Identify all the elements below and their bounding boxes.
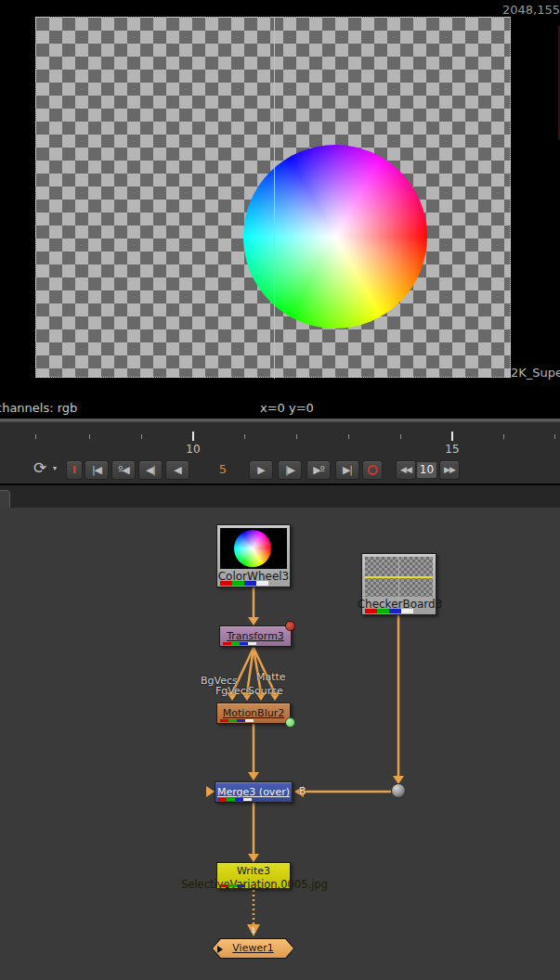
timeline-label-10: 10 bbox=[186, 443, 200, 456]
current-frame-field[interactable]: 5 bbox=[212, 462, 234, 476]
timeline-tick bbox=[400, 434, 401, 439]
timeline-tick bbox=[35, 434, 36, 439]
timeline-tick bbox=[503, 434, 504, 439]
merge-b-input-label: B bbox=[299, 785, 306, 797]
node-merge3[interactable]: Merge3 (over) bbox=[215, 781, 293, 803]
node-transform3[interactable]: Transform3 bbox=[219, 625, 292, 647]
channels-label: channels: rgb bbox=[0, 401, 77, 415]
go-to-end-button[interactable]: ▶| bbox=[335, 460, 359, 480]
range-back-button[interactable]: ◀◀ bbox=[396, 460, 416, 480]
viewer-pane[interactable]: 2048,155 2K_Supe bbox=[0, 0, 560, 397]
timeline-tick bbox=[296, 434, 297, 439]
input-label-matte: Matte bbox=[256, 671, 286, 683]
previous-keyframe-button[interactable]: º◀ bbox=[111, 460, 136, 480]
record-button[interactable] bbox=[362, 460, 383, 480]
timeline-label-15: 15 bbox=[445, 443, 459, 456]
node-graph[interactable]: 1 BgVecs Matte FgVecs Source B ColorWhee… bbox=[0, 508, 560, 980]
timeline-tick-major bbox=[192, 432, 194, 441]
viewer-image-checkerboard[interactable] bbox=[35, 17, 511, 378]
channel-bars bbox=[223, 642, 256, 645]
node-label: Viewer1 bbox=[213, 939, 293, 958]
node-checkerboard3[interactable]: CheckerBoard3 bbox=[361, 553, 436, 615]
timeline-ruler[interactable]: 10 15 bbox=[0, 421, 560, 456]
pixel-coords-label: x=0 y=0 bbox=[260, 401, 314, 415]
channel-bars bbox=[220, 719, 254, 722]
write-filename-label: SelectiveVariation.0005.jpg bbox=[181, 878, 328, 891]
channel-bars bbox=[220, 884, 245, 887]
timeline-tick bbox=[554, 434, 555, 439]
range-forward-button[interactable]: ▶▶ bbox=[439, 460, 460, 480]
playback-mode-icon[interactable]: ⟳ bbox=[33, 458, 46, 477]
fps-field[interactable]: 10 bbox=[416, 461, 437, 479]
viewer-info-bar: channels: rgb x=0 y=0 bbox=[0, 397, 560, 419]
in-marker-button[interactable]: I bbox=[66, 460, 83, 480]
step-forward-button[interactable]: |▶ bbox=[278, 460, 302, 480]
color-wheel-image bbox=[243, 145, 427, 329]
viewer-node-body[interactable]: Viewer1 bbox=[213, 939, 293, 958]
viewer-input-notch-icon bbox=[217, 946, 223, 953]
color-wheel-icon bbox=[234, 530, 271, 567]
timeline-tick bbox=[244, 434, 245, 439]
play-forward-button[interactable]: ▶ bbox=[249, 460, 273, 480]
nuke-window: 2048,155 2K_Supe channels: rgb x=0 y=0 1… bbox=[0, 0, 560, 980]
node-write3[interactable]: Write3 SelectiveVariation.0005.jpg bbox=[216, 862, 291, 889]
viewer-input-number: 1 bbox=[252, 926, 256, 935]
timeline-tick bbox=[89, 434, 90, 439]
transport-bar: ⟳ ▾ I |◀ º◀ ◀| ◀ 5 ▶ |▶ ▶º ▶| ◀◀ 10 ▶▶ bbox=[0, 456, 560, 484]
timeline-tick bbox=[348, 434, 349, 439]
thumbnail-centerline bbox=[398, 557, 399, 597]
timeline-tick-major bbox=[451, 432, 453, 441]
error-badge-icon bbox=[285, 621, 295, 631]
pane-strip bbox=[0, 484, 560, 508]
chevron-down-icon[interactable]: ▾ bbox=[53, 464, 57, 472]
pane-corner-tab[interactable] bbox=[0, 490, 10, 509]
viewer-format-label: 2K_Supe bbox=[511, 366, 560, 380]
channel-bars bbox=[218, 798, 252, 801]
input-label-fgvecs: FgVecs bbox=[215, 685, 252, 697]
channel-bars bbox=[220, 581, 268, 586]
viewer-cursor-line bbox=[274, 18, 275, 379]
node-colorwheel3[interactable]: ColorWheel3 bbox=[216, 524, 291, 587]
node-motionblur2[interactable]: MotionBlur2 bbox=[216, 703, 291, 724]
input-label-source: Source bbox=[248, 685, 283, 697]
node-label: Write3 bbox=[217, 865, 290, 877]
channel-bars bbox=[365, 609, 413, 613]
checkerboard-thumbnail bbox=[365, 557, 433, 597]
step-back-button[interactable]: ◀| bbox=[138, 460, 163, 480]
viewer-resolution-label: 2048,155 bbox=[502, 3, 560, 17]
timeline-tick bbox=[141, 434, 142, 439]
colorwheel-thumbnail bbox=[220, 528, 287, 569]
node-viewer1[interactable]: Viewer1 bbox=[212, 938, 294, 959]
status-badge-icon bbox=[285, 717, 295, 728]
next-keyframe-button[interactable]: ▶º bbox=[306, 460, 331, 480]
play-backward-button[interactable]: ◀ bbox=[165, 460, 189, 480]
go-to-start-button[interactable]: |◀ bbox=[85, 460, 109, 480]
dot-node[interactable] bbox=[392, 784, 406, 798]
record-icon bbox=[368, 465, 378, 475]
